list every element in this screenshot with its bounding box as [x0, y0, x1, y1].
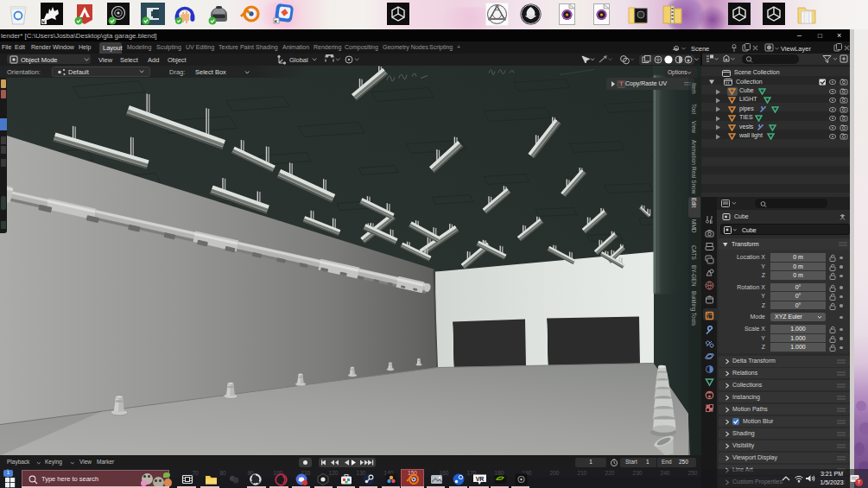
svg-text:VR: VR: [476, 475, 485, 481]
svg-text:Scene: Scene: [691, 44, 709, 52]
svg-text:ViewLayer: ViewLayer: [781, 44, 811, 52]
svg-text:Global: Global: [289, 56, 308, 64]
